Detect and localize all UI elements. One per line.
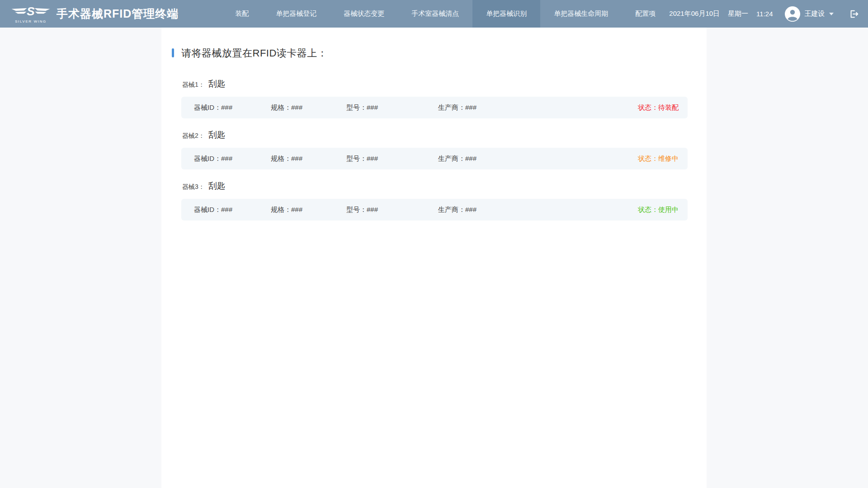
brand: S SILVER WING 手术器械RFID管理终端	[0, 0, 179, 28]
time-label: 11:24	[756, 10, 773, 18]
instrument-index: 器械1：	[182, 81, 205, 89]
app-header: S SILVER WING 手术器械RFID管理终端 装配 单把器械登记 器械状…	[0, 0, 868, 28]
instrument-name: 刮匙	[208, 129, 226, 141]
logo-text: SILVER WING	[15, 19, 47, 23]
instrument-detail-row: 器械ID：### 规格：### 型号：### 生产商：### 状态：待装配	[181, 97, 688, 118]
field-spec: 规格：###	[271, 155, 346, 163]
instrument-group-3: 器械3： 刮匙 器械ID：### 规格：### 型号：### 生产商：### 状…	[181, 180, 688, 221]
app-title: 手术器械RFID管理终端	[57, 6, 179, 21]
instrument-group-2: 器械2： 刮匙 器械ID：### 规格：### 型号：### 生产商：### 状…	[181, 129, 688, 169]
instrument-label: 器械3： 刮匙	[182, 180, 688, 192]
nav-item-assembly[interactable]: 装配	[222, 0, 262, 28]
instrument-detail-row: 器械ID：### 规格：### 型号：### 生产商：### 状态：维修中	[181, 148, 688, 169]
status-badge: 状态：使用中	[638, 206, 679, 214]
page-title: 请将器械放置在RFID读卡器上：	[181, 47, 327, 60]
status-badge: 状态：维修中	[638, 155, 679, 163]
avatar-icon[interactable]	[785, 6, 800, 22]
user-name[interactable]: 王建设	[805, 9, 825, 18]
date-label: 2021年06月10日	[669, 9, 720, 18]
field-model: 型号：###	[346, 155, 438, 163]
instrument-name: 刮匙	[208, 180, 226, 192]
field-spec: 规格：###	[271, 103, 346, 112]
field-spec: 规格：###	[271, 206, 346, 214]
header-right: 2021年06月10日 星期一 11:24 王建设	[669, 0, 868, 28]
main-nav: 装配 单把器械登记 器械状态变更 手术室器械清点 单把器械识别 单把器械生命周期…	[222, 0, 669, 28]
silver-wing-logo-icon: S SILVER WING	[11, 2, 51, 26]
field-manufacturer: 生产商：###	[438, 206, 638, 214]
logout-icon[interactable]	[849, 9, 859, 19]
page-heading: 请将器械放置在RFID读卡器上：	[181, 47, 688, 60]
instrument-index: 器械2：	[182, 132, 205, 140]
nav-item-operating-room-inventory[interactable]: 手术室器械清点	[398, 0, 472, 28]
field-model: 型号：###	[346, 103, 438, 112]
nav-item-settings[interactable]: 配置项	[622, 0, 669, 28]
instrument-index: 器械3：	[182, 183, 205, 191]
chevron-down-icon[interactable]	[829, 13, 834, 15]
field-device-id: 器械ID：###	[194, 206, 271, 214]
nav-item-single-instrument-lifecycle[interactable]: 单把器械生命周期	[540, 0, 622, 28]
nav-item-single-instrument-identify[interactable]: 单把器械识别	[472, 0, 540, 28]
instrument-label: 器械2： 刮匙	[182, 129, 688, 141]
field-manufacturer: 生产商：###	[438, 103, 638, 112]
field-device-id: 器械ID：###	[194, 155, 271, 163]
instrument-group-1: 器械1： 刮匙 器械ID：### 规格：### 型号：### 生产商：### 状…	[181, 78, 688, 118]
nav-item-single-instrument-register[interactable]: 单把器械登记	[262, 0, 330, 28]
field-model: 型号：###	[346, 206, 438, 214]
instrument-detail-row: 器械ID：### 规格：### 型号：### 生产商：### 状态：使用中	[181, 199, 688, 221]
instrument-name: 刮匙	[208, 78, 226, 90]
main-content: 请将器械放置在RFID读卡器上： 器械1： 刮匙 器械ID：### 规格：###…	[161, 28, 707, 488]
instrument-label: 器械1： 刮匙	[182, 78, 688, 90]
svg-text:S: S	[27, 5, 35, 18]
heading-accent-bar	[172, 48, 174, 57]
field-manufacturer: 生产商：###	[438, 155, 638, 163]
field-device-id: 器械ID：###	[194, 103, 271, 112]
weekday-label: 星期一	[728, 9, 748, 18]
nav-item-instrument-status-change[interactable]: 器械状态变更	[330, 0, 398, 28]
clock: 2021年06月10日 星期一 11:24	[669, 9, 773, 18]
status-badge: 状态：待装配	[638, 103, 679, 112]
